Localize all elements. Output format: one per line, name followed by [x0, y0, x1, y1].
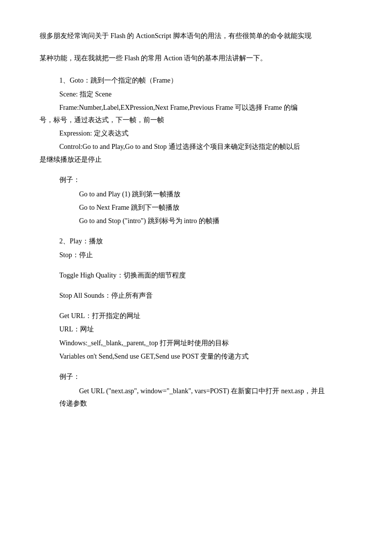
section-play: 2、Play：播放 Stop：停止 — [40, 235, 352, 261]
windows-label: Windows:_self,_blank,_parent,_top 打开网址时使… — [59, 337, 352, 349]
geturl-ex1-wrap: Get URL ("next.asp", window="_blank", va… — [79, 385, 352, 397]
geturl-label: Get URL：打开指定的网址 — [59, 310, 352, 322]
toggle-label: Toggle High Quality：切换画面的细节程度 — [59, 269, 352, 281]
geturl-ex2: 传递参数 — [59, 397, 352, 410]
goto-control-line1: Control:Go to and Play,Go to and Stop 通过… — [59, 143, 300, 150]
stop-label: Stop：停止 — [59, 249, 352, 261]
play-label: 2、Play：播放 — [59, 235, 352, 247]
stopall-label: Stop All Sounds：停止所有声音 — [59, 289, 352, 302]
goto-frame-wrap: Frame:Number,Label,EXPression,Next Frame… — [59, 101, 352, 114]
section-stopall: Stop All Sounds：停止所有声音 — [40, 289, 352, 302]
goto-frame-line2: 号，标号，通过表达式，下一帧，前一帧 — [40, 114, 352, 126]
goto-title: 1、Goto：跳到一个指定的帧（Frame） — [59, 74, 352, 87]
goto-ex2: Go to Next Frame 跳到下一帧播放 — [79, 201, 352, 214]
geturl-example-label: 例子： — [59, 370, 352, 383]
goto-frame-line1: Frame:Number,Label,EXPression,Next Frame… — [59, 104, 298, 111]
goto-scene: Scene: 指定 Scene — [59, 88, 352, 100]
goto-expression: Expression: 定义表达式 — [59, 127, 352, 139]
goto-control-wrap: Control:Go to and Play,Go to and Stop 通过… — [59, 140, 352, 153]
goto-ex1: Go to and Play (1) 跳到第一帧播放 — [79, 188, 352, 200]
geturl-ex1: Get URL ("next.asp", window="_blank", va… — [79, 387, 325, 395]
section-goto: 1、Goto：跳到一个指定的帧（Frame） Scene: 指定 Scene F… — [40, 74, 352, 227]
intro-line1: 很多朋友经常询问关于 Flash 的 ActionScript 脚本语句的用法，… — [40, 30, 352, 42]
section-geturl: Get URL：打开指定的网址 URL：网址 Windows:_self,_bl… — [40, 310, 352, 410]
goto-control-line2: 是继续播放还是停止 — [40, 153, 352, 166]
intro-line2: 某种功能，现在我就把一些 Flash 的常用 Action 语句的基本用法讲解一… — [40, 52, 352, 64]
goto-examples: Go to and Play (1) 跳到第一帧播放 Go to Next Fr… — [59, 188, 352, 228]
intro-block: 很多朋友经常询问关于 Flash 的 ActionScript 脚本语句的用法，… — [40, 30, 352, 64]
section-toggle: Toggle High Quality：切换画面的细节程度 — [40, 269, 352, 281]
goto-ex3: Go to and Stop ("intro") 跳到标号为 intro 的帧播 — [79, 215, 352, 227]
url-label: URL：网址 — [59, 323, 352, 335]
geturl-examples: Get URL ("next.asp", window="_blank", va… — [59, 385, 352, 410]
variables-label: Variables on't Send,Send use GET,Send us… — [59, 350, 352, 363]
goto-example-label: 例子： — [59, 174, 352, 186]
